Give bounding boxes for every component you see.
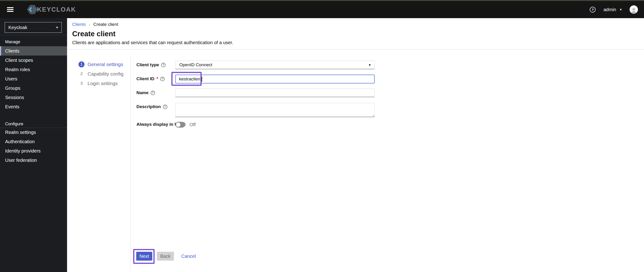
sidebar-item-groups[interactable]: Groups — [0, 83, 67, 93]
nav-section-manage: Manage — [5, 38, 20, 45]
cancel-link[interactable]: Cancel — [181, 254, 196, 259]
client-type-value: OpenID Connect — [179, 62, 212, 67]
keycloak-logo-icon — [26, 4, 38, 15]
question-circle-icon[interactable]: ? — [160, 77, 164, 81]
sidebar-item-user-federation[interactable]: User federation — [0, 155, 67, 165]
realm-name: Keycloak — [8, 25, 27, 30]
description-label: Description ? — [136, 104, 168, 110]
sidebar-item-realm-settings[interactable]: Realm settings — [0, 128, 67, 137]
sidebar-divider — [0, 35, 67, 35]
realm-selector[interactable]: Keycloak ▾ — [5, 22, 62, 33]
wizard-step-general-settings[interactable]: 1 General settings — [78, 59, 124, 69]
nav-group-configure: Realm settings Authentication Identity p… — [0, 128, 67, 165]
page-title: Create client — [72, 30, 116, 38]
wizard-step-login-settings[interactable]: 3 Login settings — [78, 79, 124, 88]
keycloak-brand[interactable]: KEYCLOAK — [26, 4, 76, 15]
keycloak-admin-console: KEYCLOAK ? admin ▾ Keycloak ▾ Manage Cli… — [0, 0, 644, 272]
sidebar-item-events[interactable]: Events — [0, 102, 67, 111]
caret-down-icon: ▾ — [369, 63, 371, 67]
breadcrumb-current: Create client — [93, 22, 118, 27]
always-display-toggle[interactable] — [175, 122, 185, 128]
user-avatar-icon — [630, 7, 637, 14]
sidebar-item-sessions[interactable]: Sessions — [0, 93, 67, 102]
breadcrumb-clients-link[interactable]: Clients — [72, 22, 86, 27]
hamburger-menu-icon[interactable] — [7, 7, 14, 12]
question-circle-icon[interactable]: ? — [163, 105, 168, 109]
name-input[interactable] — [175, 89, 374, 97]
client-type-select[interactable]: OpenID Connect ▾ — [175, 61, 374, 69]
username: admin — [604, 7, 616, 12]
sidebar-item-users[interactable]: Users — [0, 74, 67, 83]
sidebar-item-clients[interactable]: Clients — [0, 46, 67, 56]
user-dropdown[interactable]: admin ▾ — [604, 7, 622, 12]
next-button[interactable]: Next — [136, 252, 152, 261]
nav-section-configure: Configure — [5, 121, 23, 128]
caret-down-icon: ▾ — [56, 25, 58, 29]
masthead: KEYCLOAK ? admin ▾ — [0, 1, 644, 18]
avatar[interactable] — [630, 5, 638, 14]
page-header: Clients › Create client Create client Cl… — [67, 18, 644, 49]
toggle-state-label: Off — [190, 122, 196, 128]
required-asterisk: * — [156, 76, 158, 82]
nav-group-manage: Clients Client scopes Realm roles Users … — [0, 46, 67, 111]
client-id-value: kestraclient — [179, 77, 202, 82]
help-icon[interactable]: ? — [590, 7, 596, 12]
description-textarea[interactable] — [175, 103, 374, 117]
wizard-divider — [130, 55, 131, 271]
client-id-label: Client ID * ? — [136, 76, 164, 82]
wizard-step-capability-config[interactable]: 2 Capability config — [78, 69, 124, 79]
step-number: 2 — [78, 71, 84, 77]
caret-down-icon: ▾ — [620, 7, 622, 12]
name-label: Name ? — [136, 90, 155, 96]
wizard-actions: Next Back Cancel — [136, 252, 196, 261]
brand-text: KEYCLOAK — [37, 6, 76, 13]
question-circle-icon[interactable]: ? — [151, 91, 155, 95]
text-cursor — [202, 77, 202, 82]
back-button[interactable]: Back — [157, 252, 174, 261]
sidebar-item-realm-roles[interactable]: Realm roles — [0, 65, 67, 74]
toggle-knob — [176, 123, 180, 127]
page-subtitle: Clients are applications and services th… — [72, 40, 233, 45]
step-number-badge: 1 — [78, 61, 84, 67]
always-display-toggle-row: Off — [175, 122, 196, 128]
sidebar-item-authentication[interactable]: Authentication — [0, 137, 67, 146]
question-circle-icon[interactable]: ? — [161, 63, 166, 67]
sidebar-item-identity-providers[interactable]: Identity providers — [0, 146, 67, 155]
sidebar-item-client-scopes[interactable]: Client scopes — [0, 56, 67, 65]
breadcrumb: Clients › Create client — [72, 22, 118, 27]
masthead-right: ? admin ▾ — [590, 5, 644, 14]
client-type-label: Client type ? — [136, 62, 166, 68]
client-id-input[interactable]: kestraclient — [175, 75, 374, 83]
sidebar: Keycloak ▾ Manage Clients Client scopes … — [0, 18, 67, 272]
step-number: 3 — [78, 80, 84, 87]
main-content: Clients › Create client Create client Cl… — [67, 18, 644, 272]
wizard-steps-nav: 1 General settings 2 Capability config 3… — [78, 59, 124, 88]
chevron-right-icon: › — [89, 22, 90, 26]
